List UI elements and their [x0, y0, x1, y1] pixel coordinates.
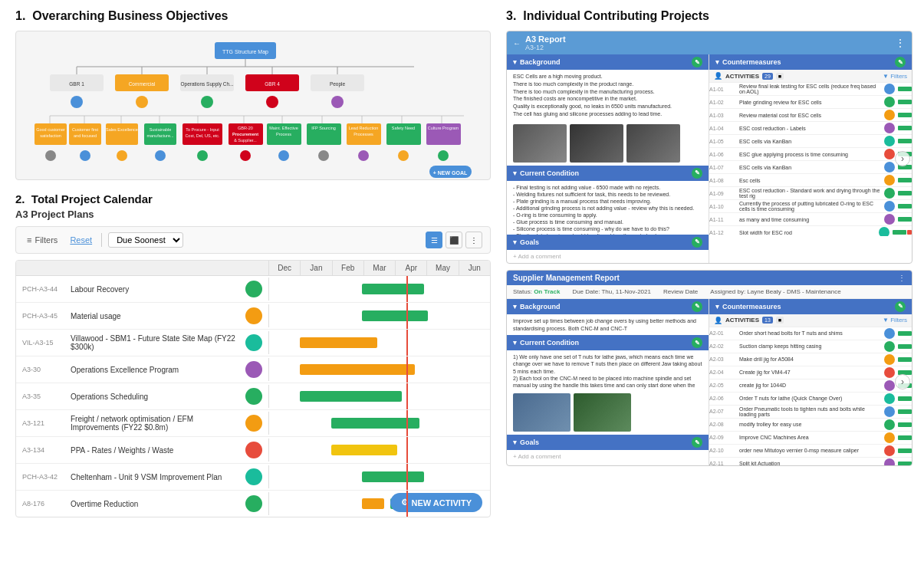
avatar	[884, 328, 895, 339]
activity-text: Create jig for VM4-47	[739, 370, 881, 375]
current-condition-text: - Final testing is not adding value - 65…	[513, 184, 702, 235]
bar-green	[898, 100, 912, 104]
today-line	[406, 437, 408, 463]
gantt-bar-area	[269, 410, 490, 436]
list-view-icon[interactable]: ☰	[426, 232, 442, 248]
edit-icon-2[interactable]: ✎	[692, 168, 702, 179]
activity-bars	[898, 331, 912, 336]
background-text: ESC Cells are a high moving product. The…	[513, 73, 702, 118]
table-row: A3-134 PPA - Rates / Weights / Waste	[16, 437, 490, 464]
filters-button[interactable]: ≡ Filters	[24, 234, 61, 246]
svg-text:IFP Sourcing: IFP Sourcing	[311, 126, 336, 130]
activity-code: A1-09	[709, 191, 736, 196]
a3-menu-button[interactable]: ⋮	[895, 37, 906, 49]
gantt-header: Dec Jan Feb Mar Apr May Jun	[16, 261, 490, 276]
a3-report-body: ▾ Background ✎ ESC Cells are a high movi…	[507, 54, 912, 263]
smr-image-row	[507, 390, 709, 435]
smr-header: Supplier Management Report ⋮	[507, 271, 912, 285]
activities-tab-2[interactable]: ■	[776, 73, 784, 80]
activity-text: Esc cells	[739, 178, 881, 183]
filters-link[interactable]: ▼ Filters	[883, 73, 907, 80]
svg-text:To Procure - Input: To Procure - Input	[186, 127, 219, 132]
gantt-bar	[300, 337, 377, 348]
table-row: A3-35 Operations Scheduling	[16, 383, 490, 410]
activities-label: ACTIVITIES	[725, 73, 759, 80]
bar-green	[898, 139, 912, 143]
activity-code: A1-11	[709, 217, 736, 222]
svg-point-23	[331, 96, 344, 108]
activity-text: Split kit Actuation	[739, 461, 881, 465]
a3-goals-title: Goals	[520, 238, 692, 246]
goals-add-comment[interactable]: + Add a comment	[507, 250, 709, 263]
edit-icon-3[interactable]: ✎	[692, 237, 702, 248]
list-item: A2-11 Split kit Actuation	[709, 458, 912, 465]
section3-title: 3. Individual Contributing Projects	[506, 9, 912, 23]
reset-button[interactable]: Reset	[67, 234, 95, 246]
activity-bars	[898, 422, 912, 427]
calendar-toolbar: ≡ Filters Reset Due Soonest ☰ ⬛ ⋮	[15, 226, 491, 254]
new-activity-label: NEW ACTIVITY	[412, 498, 472, 508]
smr-activities-tab-2[interactable]: ■	[776, 317, 784, 324]
project-code: PCH-A3-45	[22, 312, 64, 320]
chevron-icon-8: ▾	[715, 303, 719, 310]
smr-menu[interactable]: ⋮	[898, 274, 906, 282]
a3-back-button[interactable]: ←	[513, 39, 521, 48]
svg-point-66	[45, 150, 56, 161]
list-item: A1-08 Esc cells	[709, 174, 912, 187]
activity-bars	[898, 448, 912, 453]
edit-icon[interactable]: ✎	[692, 57, 702, 67]
list-item: A2-03 Make drill jig for A5084	[709, 353, 912, 366]
today-line	[406, 356, 408, 383]
activity-bars	[898, 100, 912, 104]
more-options-icon[interactable]: ⋮	[465, 232, 482, 248]
smr-filters-link[interactable]: ▼ Filters	[883, 317, 907, 324]
svg-text:Sustainable: Sustainable	[150, 127, 172, 132]
bar-green	[898, 422, 912, 427]
status-value: On Track	[534, 288, 560, 295]
smr-right-nav-arrow[interactable]: ›	[895, 374, 910, 389]
activity-bars	[898, 191, 912, 195]
list-item: A1-12 Slot width for ESC rod	[709, 226, 912, 236]
today-line	[406, 464, 408, 490]
chevron-icon-2: ▾	[513, 169, 517, 177]
svg-text:Good customer: Good customer	[36, 127, 65, 132]
list-item: A1-07 ESC cells via KanBan	[709, 161, 912, 174]
filters-label: Filters	[35, 235, 58, 245]
svg-point-22	[266, 96, 278, 108]
right-nav-arrow[interactable]: ›	[895, 151, 910, 166]
activity-code: A2-09	[709, 435, 736, 440]
bar-green	[898, 462, 912, 465]
edit-icon-7[interactable]: ✎	[692, 437, 702, 448]
table-row: A3-121 Freight / network optimisation / …	[16, 410, 490, 437]
gantt-bar-area	[269, 303, 490, 329]
bar-green	[898, 204, 912, 209]
activity-code: A1-03	[709, 113, 736, 118]
today-line	[406, 330, 408, 356]
new-activity-button[interactable]: ⚙ NEW ACTIVITY	[390, 493, 482, 512]
edit-icon-8[interactable]: ✎	[895, 301, 906, 312]
svg-text:& Supplier...: & Supplier...	[234, 138, 257, 143]
edit-icon-4[interactable]: ✎	[895, 57, 906, 67]
a3-right-panel: ▾ Countermeasures ✎ 👤 ACTIVITIES 29 ■ ▼ …	[709, 54, 912, 263]
svg-text:People: People	[330, 81, 346, 87]
project-name: Villawood - SBM1 - Future State Site Map…	[71, 334, 239, 351]
a3-image-row	[507, 121, 709, 166]
bar-green	[898, 126, 912, 130]
edit-icon-5[interactable]: ✎	[692, 301, 702, 312]
activity-text: ESC glue applying process is time consum…	[739, 152, 881, 157]
avatar	[884, 188, 895, 199]
calendar-view-icon[interactable]: ⬛	[446, 232, 462, 248]
list-item: A2-08 modify trolley for easy use	[709, 419, 912, 432]
assigned-label: Assigned by:	[710, 288, 747, 295]
smr-goals-add-comment[interactable]: + Add a comment	[507, 450, 709, 463]
table-row: A3-30 Operations Excellence Program	[16, 356, 490, 383]
gantt-bar-area	[269, 330, 490, 356]
avatar	[245, 361, 262, 378]
activity-code: A2-03	[709, 356, 736, 362]
avatar	[884, 214, 895, 225]
gantt-bar-area	[269, 383, 490, 409]
edit-icon-6[interactable]: ✎	[692, 337, 702, 348]
svg-text:Operations Supply Ch...: Operations Supply Ch...	[180, 81, 233, 87]
due-dropdown[interactable]: Due Soonest	[108, 232, 183, 248]
activity-text: Order Pneumatic tools to tighten nuts an…	[739, 406, 881, 417]
